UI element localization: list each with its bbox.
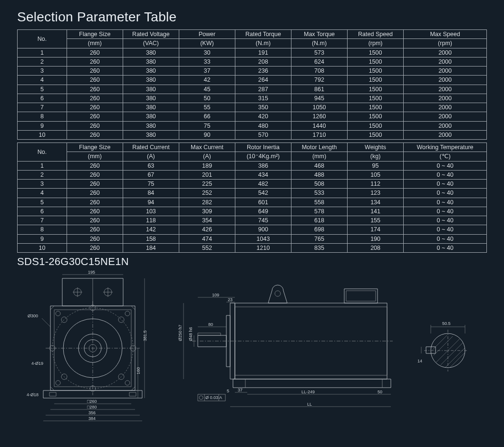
cell: 1710: [291, 130, 348, 139]
svg-line-11: [131, 306, 135, 310]
cell: 745: [235, 216, 291, 225]
cell: 260: [67, 94, 123, 103]
cell: 2000: [404, 94, 487, 103]
cell: 95: [348, 161, 404, 170]
cell: 1500: [348, 57, 404, 66]
parameter-table-1: No. Flange Size Rated Voltage Power Rate…: [17, 29, 487, 140]
dim-160: 160: [136, 367, 141, 374]
table-row: 62601033096495781410 ~ 40: [18, 207, 487, 216]
cell: 792: [291, 76, 348, 85]
dim-23: 23: [228, 297, 233, 302]
svg-rect-54: [233, 379, 391, 388]
table-row: 826038066420126015002000: [18, 112, 487, 121]
cell: 10: [18, 130, 67, 139]
dim-80: 80: [208, 322, 213, 327]
cell: 75: [123, 180, 179, 189]
svg-point-25: [61, 317, 67, 323]
svg-rect-44: [235, 303, 387, 379]
cell: 380: [123, 94, 179, 103]
th-unit: (mm): [67, 152, 123, 161]
cell: 1043: [235, 234, 291, 243]
page-title: Selection Parameter Table: [17, 10, 487, 25]
table-row: 5260942826015581340 ~ 40: [18, 198, 487, 207]
cell: 508: [291, 180, 348, 189]
cell: 5: [18, 198, 67, 207]
cell: 67: [123, 170, 179, 179]
svg-line-73: [441, 342, 463, 365]
cell: 155: [348, 216, 404, 225]
cell: 1500: [348, 67, 404, 76]
cell: 426: [179, 225, 235, 234]
cell: 94: [123, 198, 179, 207]
cell: 601: [235, 198, 291, 207]
cell: 2000: [404, 130, 487, 139]
cell: 282: [179, 198, 235, 207]
cell: 103: [123, 207, 179, 216]
th: Rated Voltage: [123, 30, 179, 39]
th: Max Torque: [291, 30, 348, 39]
cell: 0 ~ 40: [404, 161, 487, 170]
cell: 260: [67, 121, 123, 130]
cell: 6: [18, 207, 67, 216]
cell: 260: [67, 170, 123, 179]
cell: 708: [291, 67, 348, 76]
cell: 118: [123, 216, 179, 225]
cell: 287: [235, 85, 291, 94]
cell: 7: [18, 103, 67, 112]
table-row: 12603803019157315002000: [18, 48, 487, 57]
th: Rated Current: [123, 143, 179, 152]
cell: 3: [18, 67, 67, 76]
cell: 480: [235, 121, 291, 130]
table-row: 22603803320862415002000: [18, 57, 487, 66]
cell: 2000: [404, 57, 487, 66]
cell: 260: [67, 130, 123, 139]
cell: 260: [67, 189, 123, 198]
table-row: 4260842525425331230 ~ 40: [18, 189, 487, 198]
cell: 10: [18, 243, 67, 252]
cell: 9: [18, 121, 67, 130]
cell: 420: [235, 112, 291, 121]
th: Motor Length: [291, 143, 348, 152]
cell: 5: [18, 85, 67, 94]
cell: 260: [67, 76, 123, 85]
svg-line-74: [446, 348, 465, 367]
table-row: 126063189386468950 ~ 40: [18, 161, 487, 170]
cell: 208: [235, 57, 291, 66]
svg-point-48: [275, 291, 281, 296]
cell: 0 ~ 40: [404, 189, 487, 198]
dim-shaft-w: 50.5: [442, 321, 451, 326]
table-row: 82601424269006981740 ~ 40: [18, 225, 487, 234]
svg-rect-46: [344, 289, 378, 303]
cell: 649: [235, 207, 291, 216]
table-row: 3260752254825081120 ~ 40: [18, 180, 487, 189]
dim-195: 195: [88, 270, 95, 275]
cell: 189: [179, 161, 235, 170]
cell: 2: [18, 57, 67, 66]
cell: 2000: [404, 85, 487, 94]
cell: 2000: [404, 67, 487, 76]
cell: 386: [235, 161, 291, 170]
cell: 174: [348, 225, 404, 234]
cell: 112: [348, 180, 404, 189]
cell: 123: [348, 189, 404, 198]
dim-260: □260: [87, 399, 97, 404]
th-unit: (rpm): [348, 39, 404, 48]
cell: 66: [179, 112, 235, 121]
th: Rated Torque: [235, 30, 291, 39]
th: Max Current: [179, 143, 235, 152]
cell: 1500: [348, 94, 404, 103]
svg-point-31: [56, 380, 60, 385]
svg-point-60: [199, 396, 203, 399]
cell: 354: [179, 216, 235, 225]
cell: 558: [291, 198, 348, 207]
th: Power: [179, 30, 235, 39]
th-no: No.: [18, 143, 67, 162]
cell: 380: [123, 103, 179, 112]
cell: 191: [235, 48, 291, 57]
th: Rotor Inertia: [235, 143, 291, 152]
cell: 260: [67, 225, 123, 234]
cell: 474: [179, 234, 235, 243]
cell: 2: [18, 170, 67, 179]
cell: 260: [67, 243, 123, 252]
cell: 578: [291, 207, 348, 216]
